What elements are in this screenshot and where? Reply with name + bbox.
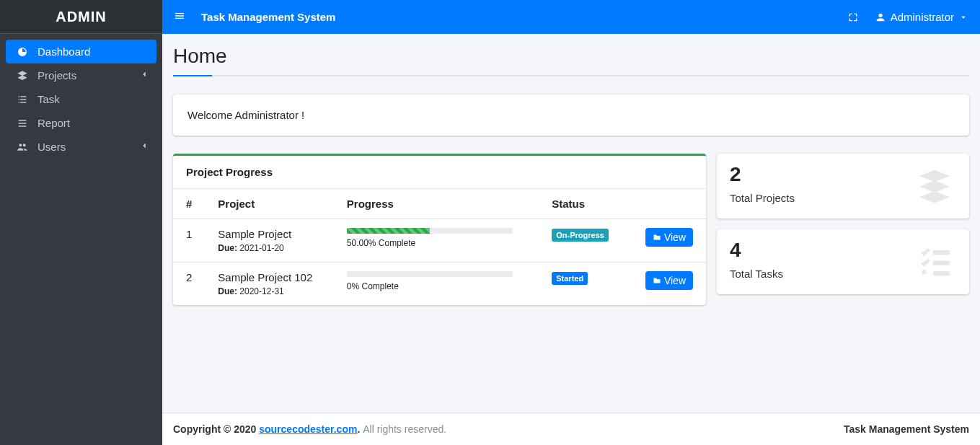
project-progress-card: Project Progress # Project Progress Stat… (173, 154, 706, 305)
stat-value: 2 (730, 164, 795, 185)
topbar: Task Management System Administrator (162, 0, 980, 34)
row-num: 2 (173, 263, 205, 306)
status-badge: Started (552, 272, 588, 285)
progress-bar (347, 271, 513, 277)
total-tasks-box: 4 Total Tasks (717, 229, 969, 294)
sidebar-item-users[interactable]: Users (6, 135, 156, 159)
footer-rest: All rights reserved. (363, 423, 446, 435)
project-name: Sample Project (218, 228, 320, 240)
table-row: 2 Sample Project 102 Due: 2020-12-31 0% … (173, 263, 706, 306)
col-num: # (173, 189, 205, 219)
stat-value: 4 (730, 240, 783, 260)
folder-icon (653, 233, 661, 242)
sidebar-item-task[interactable]: Task (6, 87, 156, 111)
row-num: 1 (173, 219, 205, 263)
tasks-icon (913, 243, 956, 281)
menu-toggle-icon[interactable] (174, 10, 185, 25)
footer: Copyright © 2020 sourcecodester.com. All… (162, 413, 980, 445)
chevron-left-icon (139, 69, 149, 81)
chevron-left-icon (139, 141, 149, 153)
welcome-card: Welcome Administrator ! (173, 94, 969, 136)
sidebar-item-label: Users (37, 141, 66, 153)
sidebar-item-dashboard[interactable]: Dashboard (6, 40, 156, 63)
sidebar-item-label: Report (37, 117, 70, 129)
status-badge: On-Progress (552, 229, 609, 242)
sidebar-item-label: Task (37, 93, 60, 105)
stat-label: Total Projects (730, 192, 795, 204)
footer-link[interactable]: sourcecodester.com (259, 423, 357, 435)
dashboard-icon (14, 46, 30, 58)
view-label: View (664, 275, 686, 286)
user-name: Administrator (891, 11, 954, 23)
sidebar: ADMIN Dashboard Projects (0, 0, 162, 445)
table-row: 1 Sample Project Due: 2021-01-20 50.00% … (173, 219, 706, 263)
sidebar-item-report[interactable]: Report (6, 111, 156, 135)
user-menu[interactable]: Administrator (875, 11, 968, 23)
col-status: Status (539, 189, 627, 219)
users-icon (14, 141, 30, 153)
col-action (627, 189, 706, 219)
main: Task Management System Administrator Hom… (162, 0, 980, 445)
sidebar-nav: Dashboard Projects Task (0, 34, 162, 164)
total-projects-box: 2 Total Projects (717, 154, 969, 219)
layers-icon (14, 70, 30, 81)
brand: ADMIN (0, 0, 162, 34)
project-due: Due: 2020-12-31 (218, 286, 320, 296)
layers-icon (913, 167, 956, 206)
progress-table: # Project Progress Status 1 Sample Proje… (173, 189, 706, 305)
project-name: Sample Project 102 (218, 271, 320, 283)
progress-bar (347, 228, 513, 234)
footer-copyright: Copyright © 2020 (173, 423, 259, 435)
chevron-down-icon (958, 12, 968, 22)
footer-right: Task Management System (844, 423, 969, 435)
view-button[interactable]: View (645, 271, 693, 290)
folder-icon (653, 276, 661, 285)
col-project: Project (205, 189, 333, 219)
page-title: Home (173, 34, 969, 76)
progress-label: 0% Complete (347, 281, 526, 291)
sidebar-item-label: Dashboard (37, 45, 90, 58)
col-progress: Progress (334, 189, 539, 219)
tasks-icon (14, 94, 30, 105)
list-icon (14, 118, 30, 129)
app-title: Task Management System (201, 11, 335, 23)
progress-label: 50.00% Complete (347, 238, 526, 248)
sidebar-item-label: Projects (37, 69, 76, 81)
sidebar-item-projects[interactable]: Projects (6, 63, 156, 87)
content: Home Welcome Administrator ! Project Pro… (162, 34, 980, 413)
fullscreen-button[interactable] (847, 12, 859, 23)
view-button[interactable]: View (645, 228, 693, 247)
stat-label: Total Tasks (730, 268, 783, 280)
project-due: Due: 2021-01-20 (218, 243, 320, 253)
card-header: Project Progress (173, 156, 706, 189)
view-label: View (664, 232, 686, 243)
